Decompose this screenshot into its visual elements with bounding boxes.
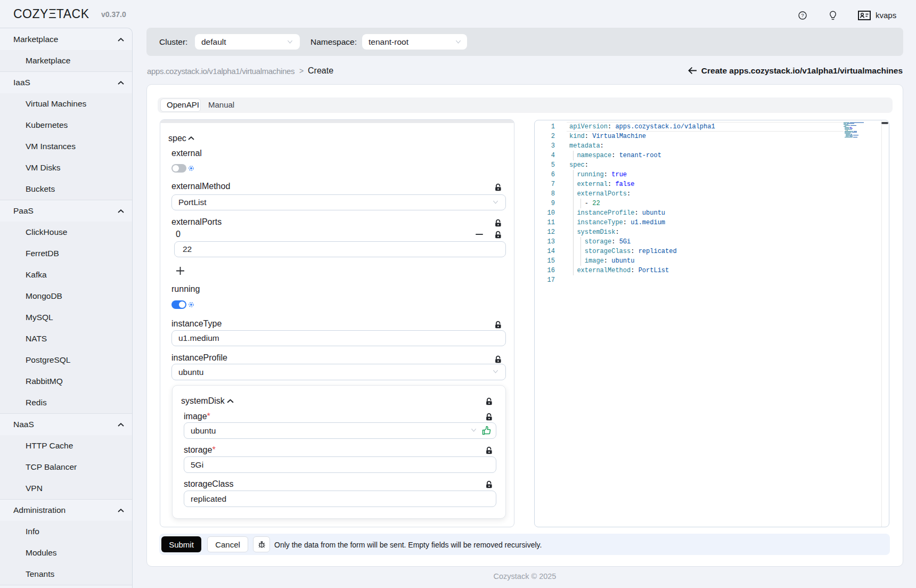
svg-text:?: ? bbox=[801, 12, 804, 18]
